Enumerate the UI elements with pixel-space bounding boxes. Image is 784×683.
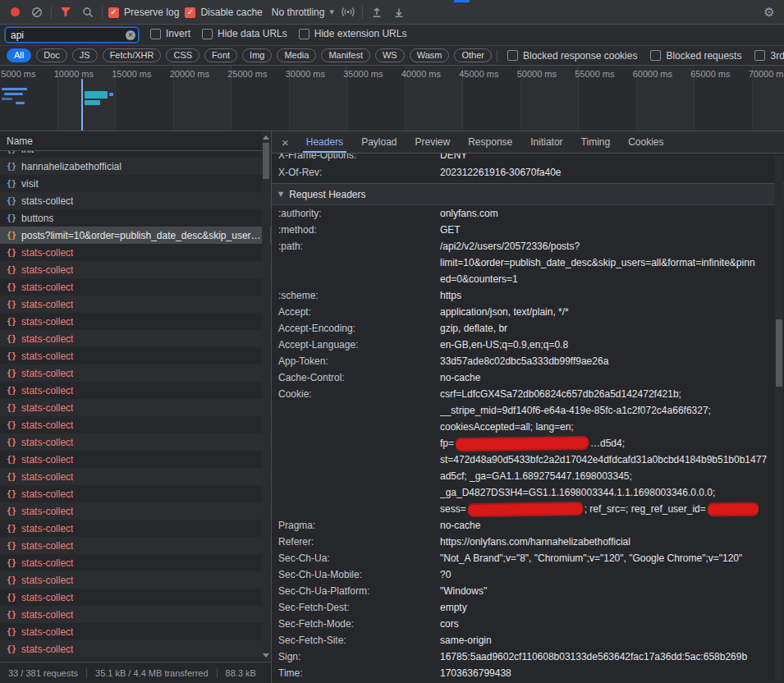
record-button[interactable] <box>7 4 23 21</box>
request-row[interactable]: stats-collect <box>0 399 271 416</box>
request-row[interactable]: stats-collect <box>0 244 271 261</box>
filter-pill-all[interactable]: All <box>7 48 31 62</box>
header-value: en-GB,en-US;q=0.9,en;q=0.8 <box>440 337 784 353</box>
request-row[interactable]: stats-collect <box>0 485 271 502</box>
request-row[interactable]: stats-collect <box>0 520 271 537</box>
timeline-column: 15000 ms <box>116 66 174 131</box>
waterfall-mark <box>2 98 12 100</box>
filter-pill-other[interactable]: Other <box>454 48 492 62</box>
request-row[interactable]: stats-collect <box>0 554 271 571</box>
header-value: https <box>440 287 784 304</box>
request-row-selected[interactable]: posts?limit=10&order=publish_date_desc&s… <box>0 227 271 244</box>
name-column-header[interactable]: Name <box>0 131 271 151</box>
header-row: Pragma:no-cache <box>272 517 784 534</box>
throttling-select[interactable]: No throttling ▼ <box>272 7 334 18</box>
preserve-log-checkbox[interactable]: Preserve log <box>108 7 179 18</box>
request-row[interactable]: stats-collect <box>0 589 271 606</box>
tab-payload[interactable]: Payload <box>352 131 406 153</box>
request-row[interactable]: stats-collect <box>0 416 271 433</box>
request-row[interactable]: stats-collect <box>0 606 271 623</box>
request-name: visit <box>21 178 39 190</box>
scrollbar-thumb[interactable] <box>776 319 782 387</box>
tab-headers[interactable]: Headers <box>297 131 352 153</box>
hide-extension-urls-checkbox[interactable]: Hide extension URLs <box>299 28 407 39</box>
filter-input-wrap <box>5 27 139 43</box>
request-row[interactable]: stats-collect <box>0 640 271 658</box>
request-row[interactable]: stats-collect <box>0 571 271 589</box>
timeline-label: 65000 ms <box>690 69 730 79</box>
waterfall-mark <box>2 88 27 90</box>
network-conditions-button[interactable] <box>340 4 356 21</box>
tab-cookies[interactable]: Cookies <box>619 131 672 153</box>
detail-scrollbar[interactable] <box>775 155 783 681</box>
tab-timing[interactable]: Timing <box>572 131 620 153</box>
request-row[interactable]: stats-collect <box>0 296 271 313</box>
tab-preview[interactable]: Preview <box>406 131 460 153</box>
request-row[interactable]: hannahelizabethofficial <box>0 158 271 175</box>
blocked-response-cookies-checkbox[interactable]: Blocked response cookies <box>507 50 637 62</box>
settings-gear-icon[interactable]: ⚙ <box>761 4 777 21</box>
request-row[interactable]: stats-collect <box>0 192 271 209</box>
import-har-button[interactable] <box>369 4 385 21</box>
filter-input[interactable] <box>5 27 139 43</box>
header-value: application/json, text/plain, */* <box>440 304 784 320</box>
request-row[interactable]: stats-collect <box>0 433 271 451</box>
request-row[interactable]: stats-collect <box>0 451 271 468</box>
filter-pill-js[interactable]: JS <box>72 48 98 62</box>
export-har-button[interactable] <box>391 4 407 21</box>
request-row[interactable]: stats-collect <box>0 502 271 520</box>
scrollbar-thumb[interactable] <box>263 143 269 179</box>
filter-pill-img[interactable]: Img <box>242 48 272 62</box>
hide-data-urls-checkbox[interactable]: Hide data URLs <box>202 28 287 39</box>
download-icon <box>393 7 405 18</box>
request-row[interactable]: stats-collect <box>0 537 271 554</box>
filter-pill-css[interactable]: CSS <box>166 48 199 62</box>
timeline-overview[interactable]: 5000 ms10000 ms15000 ms20000 ms25000 ms3… <box>0 66 784 131</box>
filter-pill-ws[interactable]: WS <box>375 48 405 62</box>
request-row[interactable]: buttons <box>0 209 271 227</box>
blocked-requests-checkbox[interactable]: Blocked requests <box>650 50 741 62</box>
request-row[interactable]: stats-collect <box>0 278 271 296</box>
header-value: 33d57ade8c02dbc5a333db99ff9ae26a <box>440 353 784 369</box>
filter-pill-media[interactable]: Media <box>277 48 316 62</box>
request-row[interactable]: stats-collect <box>0 623 271 640</box>
request-list-scrollbar[interactable] <box>262 133 270 660</box>
json-doc-icon <box>7 627 16 636</box>
header-row: Sec-Fetch-Dest:empty <box>272 599 784 616</box>
request-row[interactable]: stats-collect <box>0 364 271 382</box>
invert-checkbox[interactable]: Invert <box>150 28 190 39</box>
request-row[interactable]: stats-collect <box>0 347 271 364</box>
request-row[interactable]: visit <box>0 175 271 192</box>
tab-response[interactable]: Response <box>459 131 521 153</box>
json-doc-icon <box>7 351 16 360</box>
request-row[interactable]: stats-collect <box>0 313 271 330</box>
filter-pill-doc[interactable]: Doc <box>36 48 67 62</box>
scroll-down-icon[interactable] <box>263 653 269 658</box>
request-row[interactable]: stats-collect <box>0 468 271 485</box>
request-name: stats-collect <box>21 557 73 569</box>
requests-count: 33 / 381 requests <box>0 668 86 678</box>
filter-pill-fetch-xhr[interactable]: Fetch/XHR <box>103 48 162 62</box>
tab-initiator[interactable]: Initiator <box>521 131 571 153</box>
request-row[interactable]: stats-collect <box>0 382 271 399</box>
request-row[interactable]: init <box>0 151 271 158</box>
3rd-party-requests-checkbox[interactable]: 3rd-party requests <box>754 50 784 62</box>
resources-size: 88.3 kB <box>217 668 264 678</box>
filter-toggle-button[interactable] <box>57 4 74 21</box>
filter-pill-font[interactable]: Font <box>204 48 237 62</box>
search-button[interactable] <box>80 4 96 21</box>
request-row[interactable]: stats-collect <box>0 261 271 278</box>
scroll-up-icon[interactable] <box>263 135 269 140</box>
request-headers-section[interactable]: ▼ Request Headers <box>272 184 784 205</box>
disable-cache-checkbox[interactable]: Disable cache <box>185 7 262 18</box>
request-row[interactable]: stats-collect <box>0 330 271 347</box>
clear-button[interactable] <box>29 4 45 21</box>
close-icon[interactable]: × <box>272 135 297 149</box>
clear-filter-icon[interactable] <box>126 30 135 40</box>
filter-pill-wasm[interactable]: Wasm <box>410 48 450 62</box>
json-doc-icon <box>7 507 16 516</box>
filter-pill-manifest[interactable]: Manifest <box>321 48 370 62</box>
header-row: Accept-Encoding:gzip, deflate, br <box>272 320 784 337</box>
checkbox-label: Blocked requests <box>666 50 741 62</box>
request-name: stats-collect <box>21 454 73 465</box>
